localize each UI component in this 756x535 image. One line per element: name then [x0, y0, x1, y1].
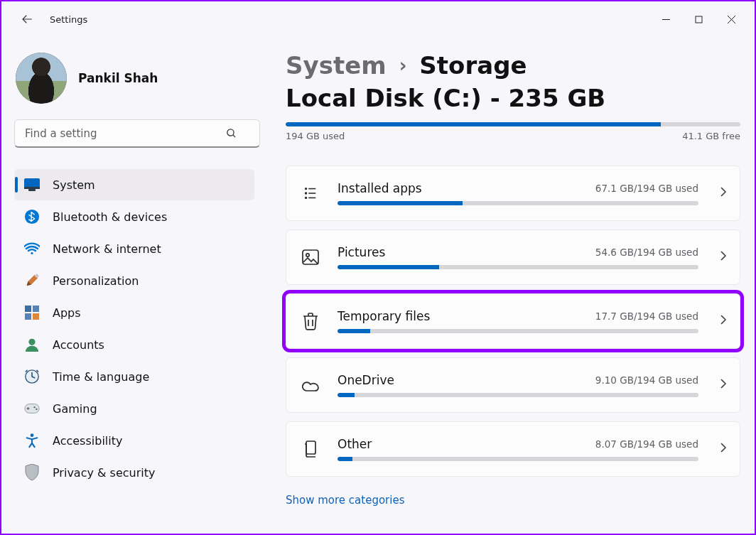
chevron-right-icon [720, 378, 727, 392]
category-title: OneDrive [338, 373, 394, 387]
category-fill [338, 201, 463, 205]
personalization-icon [24, 273, 40, 288]
show-more-link[interactable]: Show more categories [286, 494, 405, 507]
category-body: OneDrive9.10 GB/194 GB used [338, 373, 698, 397]
category-card[interactable]: OneDrive9.10 GB/194 GB used [286, 357, 740, 413]
user-profile[interactable]: Pankil Shah [16, 53, 254, 104]
sidebar-item-label: System [53, 178, 95, 192]
sidebar-item-accessibility[interactable]: Accessibility [14, 425, 254, 456]
category-usage: 67.1 GB/194 GB used [595, 183, 698, 194]
category-list: Installed apps67.1 GB/194 GB usedPicture… [286, 166, 742, 477]
disk-title: Local Disk (C:) - 235 GB [286, 84, 742, 112]
sidebar-item-label: Accounts [53, 338, 104, 352]
sidebar-item-time[interactable]: Time & language [14, 361, 254, 392]
svg-rect-3 [24, 187, 40, 189]
sidebar-item-label: Bluetooth & devices [53, 210, 167, 224]
time-icon [24, 369, 40, 384]
svg-point-17 [306, 188, 307, 190]
category-card[interactable]: Installed apps67.1 GB/194 GB used [286, 166, 740, 221]
apps-icon [24, 305, 40, 320]
svg-rect-9 [25, 313, 31, 320]
svg-point-18 [306, 193, 307, 194]
category-title: Installed apps [338, 181, 422, 195]
svg-point-16 [31, 433, 34, 437]
back-button[interactable] [17, 9, 37, 29]
sidebar-item-bluetooth[interactable]: Bluetooth & devices [14, 201, 254, 232]
svg-point-21 [306, 254, 309, 256]
category-usage: 54.6 GB/194 GB used [595, 247, 698, 258]
overall-usage-labels: 194 GB used 41.1 GB free [286, 131, 740, 141]
sidebar-item-label: Gaming [53, 402, 97, 416]
category-body: Pictures54.6 GB/194 GB used [338, 245, 698, 269]
user-name: Pankil Shah [78, 71, 158, 85]
breadcrumb-parent[interactable]: System [286, 51, 387, 80]
svg-point-14 [33, 406, 35, 408]
bluetooth-icon [24, 209, 40, 225]
svg-rect-22 [306, 441, 315, 454]
chevron-right-icon: › [399, 55, 407, 76]
close-button[interactable] [715, 9, 747, 30]
sidebar-item-label: Privacy & security [53, 466, 155, 480]
svg-point-19 [306, 198, 307, 199]
sidebar-item-gaming[interactable]: Gaming [14, 393, 254, 424]
privacy-icon [24, 465, 40, 480]
overall-used-label: 194 GB used [286, 131, 345, 141]
minimize-icon [662, 16, 670, 23]
category-card[interactable]: Temporary files17.7 GB/194 GB used [286, 293, 740, 349]
svg-point-15 [36, 409, 37, 410]
sidebar-item-privacy[interactable]: Privacy & security [14, 457, 254, 488]
svg-rect-10 [33, 313, 39, 320]
category-icon [298, 441, 323, 458]
category-card[interactable]: Pictures54.6 GB/194 GB used [286, 229, 740, 285]
gaming-icon [24, 401, 40, 416]
search-field [14, 119, 254, 148]
titlebar: Settings [1, 1, 755, 37]
maximize-icon [695, 16, 703, 23]
category-icon [298, 185, 323, 201]
category-bar [338, 201, 698, 205]
overall-usage-bar [286, 122, 740, 126]
category-title: Other [338, 437, 372, 451]
svg-point-1 [227, 129, 234, 136]
breadcrumb-current: Storage [419, 51, 526, 80]
avatar [16, 53, 67, 104]
category-usage: 17.7 GB/194 GB used [595, 310, 698, 322]
network-icon [24, 241, 40, 256]
nav: SystemBluetooth & devicesNetwork & inter… [14, 169, 254, 488]
svg-rect-4 [28, 189, 36, 191]
category-bar [338, 393, 698, 397]
search-input[interactable] [14, 119, 260, 148]
category-usage: 9.10 GB/194 GB used [595, 374, 698, 386]
category-bar [338, 329, 698, 333]
category-icon [298, 378, 323, 392]
svg-rect-7 [25, 306, 31, 312]
sidebar-item-label: Apps [53, 306, 81, 320]
sidebar-item-personalization[interactable]: Personalization [14, 265, 254, 296]
sidebar: Pankil Shah SystemBluetooth & devicesNet… [1, 37, 264, 534]
category-fill [338, 457, 352, 461]
category-card[interactable]: Other8.07 GB/194 GB used [286, 421, 740, 477]
sidebar-item-network[interactable]: Network & internet [14, 233, 254, 264]
maximize-button[interactable] [682, 9, 715, 30]
category-fill [338, 393, 355, 397]
category-body: Installed apps67.1 GB/194 GB used [338, 181, 698, 205]
category-bar [338, 457, 698, 461]
sidebar-item-accounts[interactable]: Accounts [14, 329, 254, 360]
search-icon [225, 127, 237, 142]
category-fill [338, 265, 439, 269]
close-icon [728, 16, 735, 23]
arrow-left-icon [21, 13, 33, 26]
sidebar-item-system[interactable]: System [14, 169, 254, 200]
sidebar-item-label: Network & internet [53, 242, 161, 256]
overall-usage-fill [286, 122, 661, 126]
svg-point-11 [28, 339, 35, 345]
overall-free-label: 41.1 GB free [682, 131, 740, 141]
accessibility-icon [24, 433, 40, 448]
sidebar-item-apps[interactable]: Apps [14, 297, 254, 328]
minimize-button[interactable] [649, 9, 682, 30]
chevron-right-icon [720, 250, 727, 264]
breadcrumb: System › Storage [286, 51, 742, 80]
sidebar-item-label: Personalization [53, 274, 139, 288]
category-icon [298, 249, 323, 265]
category-fill [338, 329, 370, 333]
